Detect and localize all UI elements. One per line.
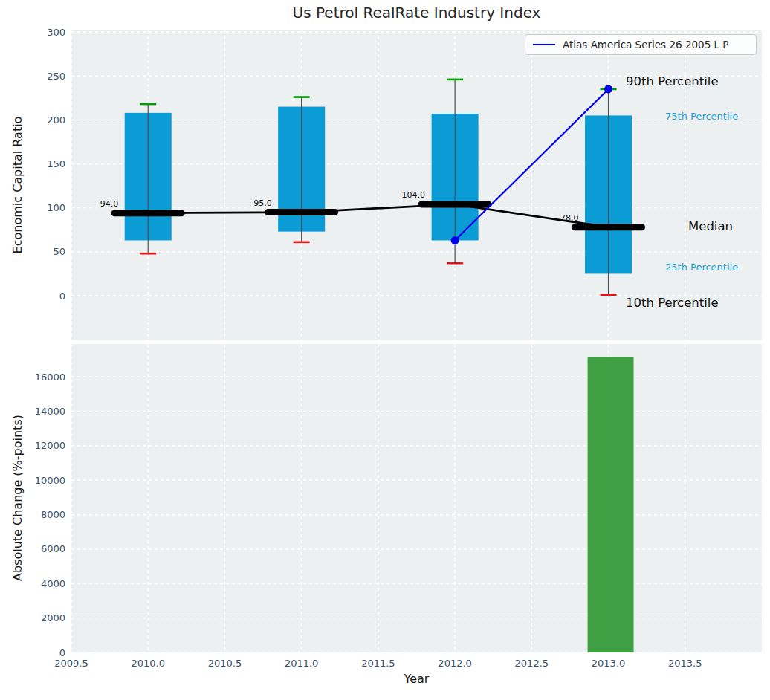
y-tick-label-bottom: 12000 <box>35 440 65 451</box>
y-axis-label-top: Economic Capital Ratio <box>10 72 26 298</box>
annotation-median: Median <box>688 219 733 233</box>
figure: 94.095.0104.078.005010015020025030002000… <box>0 0 770 700</box>
y-tick-label-bottom: 16000 <box>35 372 65 383</box>
legend: Atlas America Series 26 2005 L P <box>525 34 757 55</box>
x-axis-label: Year <box>71 672 762 686</box>
y-tick-label-top: 50 <box>53 246 65 257</box>
legend-label: Atlas America Series 26 2005 L P <box>563 39 729 51</box>
y-tick-label-bottom: 10000 <box>35 475 65 486</box>
y-tick-label-bottom: 14000 <box>35 406 65 417</box>
y-tick-label-bottom: 6000 <box>41 543 65 554</box>
legend-line-sample <box>533 44 555 45</box>
y-tick-label-bottom: 0 <box>59 647 65 658</box>
y-axis-label-bottom: Absolute Change (%-points) <box>10 379 26 617</box>
x-tick-label: 2010.0 <box>131 658 165 669</box>
y-tick-label-bottom: 2000 <box>41 612 65 623</box>
plot-area-bottom <box>71 344 762 652</box>
y-tick-label-bottom: 4000 <box>41 578 65 589</box>
x-tick-label: 2012.0 <box>438 658 472 669</box>
median-value-label: 104.0 <box>402 190 426 200</box>
x-tick-label: 2013.0 <box>592 658 626 669</box>
y-tick-label-top: 0 <box>59 291 65 302</box>
annotation-75th-percentile: 75th Percentile <box>665 111 738 122</box>
y-tick-label-top: 150 <box>47 158 65 169</box>
y-tick-label-top: 200 <box>47 114 65 126</box>
bar-2013 <box>588 357 634 652</box>
annotation-10th-percentile: 10th Percentile <box>626 296 719 310</box>
x-tick-label: 2011.5 <box>361 658 395 669</box>
chart-title: Us Petrol RealRate Industry Index <box>71 4 762 22</box>
median-value-label: 95.0 <box>253 198 272 208</box>
x-tick-label: 2011.0 <box>285 658 319 669</box>
chart-canvas: 94.095.0104.078.005010015020025030002000… <box>0 0 770 700</box>
x-tick-label: 2010.5 <box>208 658 242 669</box>
y-tick-label-bottom: 8000 <box>41 509 65 520</box>
x-tick-label: 2009.5 <box>54 658 88 669</box>
series-marker <box>451 236 459 244</box>
annotation-25th-percentile: 25th Percentile <box>665 262 738 273</box>
y-tick-label-top: 250 <box>47 71 65 82</box>
x-tick-label: 2013.5 <box>668 658 702 669</box>
y-tick-label-top: 300 <box>47 27 65 38</box>
y-tick-label-top: 100 <box>47 202 65 213</box>
median-value-label: 94.0 <box>100 199 119 209</box>
median-value-label: 78.0 <box>560 213 579 223</box>
x-tick-label: 2012.5 <box>515 658 549 669</box>
series-marker <box>604 85 612 93</box>
annotation-90th-percentile: 90th Percentile <box>626 74 719 88</box>
